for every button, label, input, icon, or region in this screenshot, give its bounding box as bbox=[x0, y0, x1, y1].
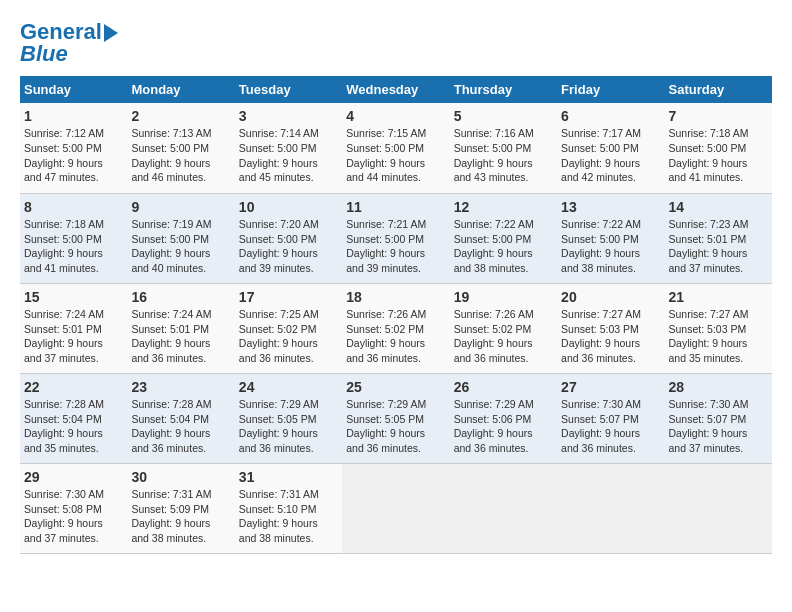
day-number: 16 bbox=[131, 289, 230, 305]
day-info: Sunrise: 7:30 AMSunset: 5:07 PMDaylight:… bbox=[669, 397, 768, 456]
day-info: Sunrise: 7:27 AMSunset: 5:03 PMDaylight:… bbox=[669, 307, 768, 366]
day-number: 13 bbox=[561, 199, 660, 215]
day-cell-11: 11 Sunrise: 7:21 AMSunset: 5:00 PMDaylig… bbox=[342, 193, 449, 283]
day-number: 14 bbox=[669, 199, 768, 215]
day-cell-5: 5 Sunrise: 7:16 AMSunset: 5:00 PMDayligh… bbox=[450, 103, 557, 193]
day-number: 27 bbox=[561, 379, 660, 395]
day-number: 17 bbox=[239, 289, 338, 305]
day-number: 7 bbox=[669, 108, 768, 124]
day-number: 15 bbox=[24, 289, 123, 305]
day-info: Sunrise: 7:22 AMSunset: 5:00 PMDaylight:… bbox=[561, 217, 660, 276]
header-tuesday: Tuesday bbox=[235, 76, 342, 103]
day-cell-23: 23 Sunrise: 7:28 AMSunset: 5:04 PMDaylig… bbox=[127, 373, 234, 463]
day-number: 25 bbox=[346, 379, 445, 395]
day-cell-29: 29 Sunrise: 7:30 AMSunset: 5:08 PMDaylig… bbox=[20, 463, 127, 553]
day-cell-18: 18 Sunrise: 7:26 AMSunset: 5:02 PMDaylig… bbox=[342, 283, 449, 373]
day-number: 22 bbox=[24, 379, 123, 395]
day-number: 29 bbox=[24, 469, 123, 485]
day-info: Sunrise: 7:24 AMSunset: 5:01 PMDaylight:… bbox=[24, 307, 123, 366]
day-number: 30 bbox=[131, 469, 230, 485]
day-info: Sunrise: 7:25 AMSunset: 5:02 PMDaylight:… bbox=[239, 307, 338, 366]
day-number: 20 bbox=[561, 289, 660, 305]
day-number: 9 bbox=[131, 199, 230, 215]
empty-cell bbox=[342, 463, 449, 553]
day-cell-31: 31 Sunrise: 7:31 AMSunset: 5:10 PMDaylig… bbox=[235, 463, 342, 553]
day-info: Sunrise: 7:30 AMSunset: 5:08 PMDaylight:… bbox=[24, 487, 123, 546]
calendar-table: SundayMondayTuesdayWednesdayThursdayFrid… bbox=[20, 76, 772, 554]
day-info: Sunrise: 7:28 AMSunset: 5:04 PMDaylight:… bbox=[24, 397, 123, 456]
day-number: 11 bbox=[346, 199, 445, 215]
header-friday: Friday bbox=[557, 76, 664, 103]
day-cell-1: 1 Sunrise: 7:12 AMSunset: 5:00 PMDayligh… bbox=[20, 103, 127, 193]
day-info: Sunrise: 7:29 AMSunset: 5:05 PMDaylight:… bbox=[239, 397, 338, 456]
day-info: Sunrise: 7:30 AMSunset: 5:07 PMDaylight:… bbox=[561, 397, 660, 456]
header-monday: Monday bbox=[127, 76, 234, 103]
day-cell-8: 8 Sunrise: 7:18 AMSunset: 5:00 PMDayligh… bbox=[20, 193, 127, 283]
day-number: 23 bbox=[131, 379, 230, 395]
day-cell-26: 26 Sunrise: 7:29 AMSunset: 5:06 PMDaylig… bbox=[450, 373, 557, 463]
empty-cell bbox=[450, 463, 557, 553]
day-number: 18 bbox=[346, 289, 445, 305]
day-number: 6 bbox=[561, 108, 660, 124]
day-cell-28: 28 Sunrise: 7:30 AMSunset: 5:07 PMDaylig… bbox=[665, 373, 772, 463]
day-cell-6: 6 Sunrise: 7:17 AMSunset: 5:00 PMDayligh… bbox=[557, 103, 664, 193]
day-info: Sunrise: 7:18 AMSunset: 5:00 PMDaylight:… bbox=[669, 126, 768, 185]
day-info: Sunrise: 7:13 AMSunset: 5:00 PMDaylight:… bbox=[131, 126, 230, 185]
day-cell-12: 12 Sunrise: 7:22 AMSunset: 5:00 PMDaylig… bbox=[450, 193, 557, 283]
day-cell-25: 25 Sunrise: 7:29 AMSunset: 5:05 PMDaylig… bbox=[342, 373, 449, 463]
logo-text2: Blue bbox=[20, 42, 68, 66]
logo: General Blue bbox=[20, 20, 118, 66]
day-cell-24: 24 Sunrise: 7:29 AMSunset: 5:05 PMDaylig… bbox=[235, 373, 342, 463]
day-number: 12 bbox=[454, 199, 553, 215]
logo-arrow-icon bbox=[104, 24, 118, 42]
day-info: Sunrise: 7:31 AMSunset: 5:10 PMDaylight:… bbox=[239, 487, 338, 546]
day-cell-2: 2 Sunrise: 7:13 AMSunset: 5:00 PMDayligh… bbox=[127, 103, 234, 193]
day-info: Sunrise: 7:24 AMSunset: 5:01 PMDaylight:… bbox=[131, 307, 230, 366]
day-info: Sunrise: 7:20 AMSunset: 5:00 PMDaylight:… bbox=[239, 217, 338, 276]
day-number: 5 bbox=[454, 108, 553, 124]
day-cell-13: 13 Sunrise: 7:22 AMSunset: 5:00 PMDaylig… bbox=[557, 193, 664, 283]
day-info: Sunrise: 7:18 AMSunset: 5:00 PMDaylight:… bbox=[24, 217, 123, 276]
page-header: General Blue bbox=[20, 20, 772, 66]
day-info: Sunrise: 7:26 AMSunset: 5:02 PMDaylight:… bbox=[454, 307, 553, 366]
day-cell-30: 30 Sunrise: 7:31 AMSunset: 5:09 PMDaylig… bbox=[127, 463, 234, 553]
day-cell-9: 9 Sunrise: 7:19 AMSunset: 5:00 PMDayligh… bbox=[127, 193, 234, 283]
day-info: Sunrise: 7:22 AMSunset: 5:00 PMDaylight:… bbox=[454, 217, 553, 276]
calendar-header-row: SundayMondayTuesdayWednesdayThursdayFrid… bbox=[20, 76, 772, 103]
day-cell-20: 20 Sunrise: 7:27 AMSunset: 5:03 PMDaylig… bbox=[557, 283, 664, 373]
day-cell-19: 19 Sunrise: 7:26 AMSunset: 5:02 PMDaylig… bbox=[450, 283, 557, 373]
calendar-week-2: 8 Sunrise: 7:18 AMSunset: 5:00 PMDayligh… bbox=[20, 193, 772, 283]
day-cell-22: 22 Sunrise: 7:28 AMSunset: 5:04 PMDaylig… bbox=[20, 373, 127, 463]
day-number: 21 bbox=[669, 289, 768, 305]
day-cell-21: 21 Sunrise: 7:27 AMSunset: 5:03 PMDaylig… bbox=[665, 283, 772, 373]
day-info: Sunrise: 7:16 AMSunset: 5:00 PMDaylight:… bbox=[454, 126, 553, 185]
day-number: 10 bbox=[239, 199, 338, 215]
empty-cell bbox=[557, 463, 664, 553]
header-thursday: Thursday bbox=[450, 76, 557, 103]
day-number: 4 bbox=[346, 108, 445, 124]
day-cell-16: 16 Sunrise: 7:24 AMSunset: 5:01 PMDaylig… bbox=[127, 283, 234, 373]
empty-cell bbox=[665, 463, 772, 553]
calendar-week-1: 1 Sunrise: 7:12 AMSunset: 5:00 PMDayligh… bbox=[20, 103, 772, 193]
day-number: 3 bbox=[239, 108, 338, 124]
day-info: Sunrise: 7:31 AMSunset: 5:09 PMDaylight:… bbox=[131, 487, 230, 546]
day-info: Sunrise: 7:23 AMSunset: 5:01 PMDaylight:… bbox=[669, 217, 768, 276]
day-info: Sunrise: 7:27 AMSunset: 5:03 PMDaylight:… bbox=[561, 307, 660, 366]
day-cell-10: 10 Sunrise: 7:20 AMSunset: 5:00 PMDaylig… bbox=[235, 193, 342, 283]
day-info: Sunrise: 7:19 AMSunset: 5:00 PMDaylight:… bbox=[131, 217, 230, 276]
day-cell-17: 17 Sunrise: 7:25 AMSunset: 5:02 PMDaylig… bbox=[235, 283, 342, 373]
day-number: 2 bbox=[131, 108, 230, 124]
day-cell-7: 7 Sunrise: 7:18 AMSunset: 5:00 PMDayligh… bbox=[665, 103, 772, 193]
day-info: Sunrise: 7:21 AMSunset: 5:00 PMDaylight:… bbox=[346, 217, 445, 276]
day-cell-27: 27 Sunrise: 7:30 AMSunset: 5:07 PMDaylig… bbox=[557, 373, 664, 463]
day-info: Sunrise: 7:29 AMSunset: 5:06 PMDaylight:… bbox=[454, 397, 553, 456]
day-number: 19 bbox=[454, 289, 553, 305]
calendar-week-5: 29 Sunrise: 7:30 AMSunset: 5:08 PMDaylig… bbox=[20, 463, 772, 553]
day-cell-3: 3 Sunrise: 7:14 AMSunset: 5:00 PMDayligh… bbox=[235, 103, 342, 193]
day-info: Sunrise: 7:26 AMSunset: 5:02 PMDaylight:… bbox=[346, 307, 445, 366]
day-info: Sunrise: 7:28 AMSunset: 5:04 PMDaylight:… bbox=[131, 397, 230, 456]
calendar-week-4: 22 Sunrise: 7:28 AMSunset: 5:04 PMDaylig… bbox=[20, 373, 772, 463]
day-info: Sunrise: 7:14 AMSunset: 5:00 PMDaylight:… bbox=[239, 126, 338, 185]
day-number: 1 bbox=[24, 108, 123, 124]
day-number: 24 bbox=[239, 379, 338, 395]
